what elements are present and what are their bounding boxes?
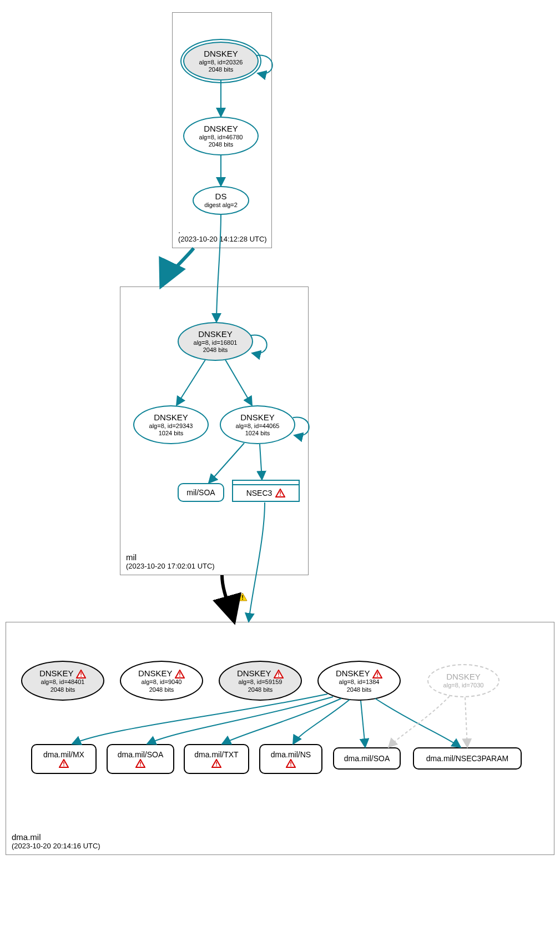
root-dnskey-zsk[interactable]: DNSKEY alg=8, id=46780 2048 bits — [183, 117, 259, 155]
mil-dnskey-29343[interactable]: DNSKEY alg=8, id=29343 1024 bits — [133, 405, 209, 444]
zone-root-label: . (2023-10-20 14:12:28 UTC) — [178, 225, 267, 243]
rr-label: dma.mil/NSEC3PARAM — [426, 754, 508, 763]
rr-label: mil/SOA — [186, 488, 215, 497]
rr-label: dma.mil/NS — [271, 750, 311, 760]
node-alg: alg=8, id=59159 — [239, 678, 282, 686]
rr-label: dma.mil/SOA — [344, 754, 390, 763]
zone-timestamp: (2023-10-20 20:14:16 UTC) — [12, 842, 100, 850]
zone-timestamp: (2023-10-20 17:02:01 UTC) — [126, 562, 215, 570]
mil-soa[interactable]: mil/SOA — [178, 483, 224, 502]
node-alg: alg=8, id=9040 — [142, 678, 182, 686]
node-bits: 2048 bits — [209, 141, 234, 148]
node-title: DS — [215, 192, 227, 202]
node-title: DNSKEY — [154, 413, 188, 423]
dma-soa-2[interactable]: dma.mil/SOA — [333, 747, 401, 770]
node-bits: 2048 bits — [248, 686, 273, 693]
zone-name: mil — [126, 552, 215, 562]
node-title: DNSKEY — [446, 672, 481, 682]
node-title: DNSKEY — [138, 668, 173, 678]
warning-icon — [286, 759, 296, 768]
node-alg: alg=8, id=7030 — [443, 682, 484, 689]
dma-dnskey-1384[interactable]: DNSKEY alg=8, id=1384 2048 bits — [317, 661, 401, 701]
dma-nsec3param[interactable]: dma.mil/NSEC3PARAM — [413, 747, 522, 770]
node-bits: 2048 bits — [149, 686, 174, 693]
dma-dnskey-9040[interactable]: DNSKEY alg=8, id=9040 2048 bits — [120, 661, 203, 701]
node-title: DNSKEY — [237, 668, 271, 678]
warning-icon — [76, 670, 86, 678]
node-bits: 2048 bits — [347, 686, 372, 693]
node-title: DNSKEY — [39, 668, 74, 678]
rr-label: dma.mil/TXT — [194, 750, 238, 760]
warning-icon — [274, 670, 284, 678]
node-alg: alg=8, id=29343 — [149, 423, 193, 430]
node-title: DNSKEY — [198, 329, 233, 339]
mil-nsec3[interactable]: NSEC3 — [232, 480, 300, 502]
warning-icon — [372, 670, 382, 678]
node-title: DNSKEY — [204, 49, 238, 59]
node-title: DNSKEY — [204, 124, 238, 134]
warning-icon — [135, 759, 145, 768]
node-bits: 2048 bits — [203, 346, 228, 354]
zone-dma-label: dma.mil (2023-10-20 20:14:16 UTC) — [12, 832, 100, 850]
warning-icon — [59, 759, 69, 768]
rr-label: dma.mil/MX — [43, 750, 84, 760]
root-dnskey-ksk[interactable]: DNSKEY alg=8, id=20326 2048 bits — [183, 42, 259, 81]
dma-mx[interactable]: dma.mil/MX — [31, 744, 97, 774]
rr-label: NSEC3 — [246, 489, 273, 497]
warning-icon — [211, 759, 221, 768]
dma-txt[interactable]: dma.mil/TXT — [184, 744, 249, 774]
zone-timestamp: (2023-10-20 14:12:28 UTC) — [178, 235, 267, 243]
zone-name: . — [178, 225, 267, 235]
node-title: DNSKEY — [240, 413, 275, 423]
node-alg: digest alg=2 — [204, 202, 238, 209]
mil-dnskey-ksk[interactable]: DNSKEY alg=8, id=16801 2048 bits — [178, 322, 253, 361]
root-ds[interactable]: DS digest alg=2 — [193, 186, 249, 215]
dma-dnskey-59159[interactable]: DNSKEY alg=8, id=59159 2048 bits — [219, 661, 302, 701]
node-alg: alg=8, id=1384 — [339, 678, 380, 686]
warning-icon — [275, 489, 285, 497]
node-alg: alg=8, id=48401 — [41, 678, 85, 686]
warning-icon — [175, 670, 185, 678]
zone-name: dma.mil — [12, 832, 100, 842]
node-bits: 1024 bits — [159, 430, 184, 437]
dma-soa-1[interactable]: dma.mil/SOA — [107, 744, 174, 774]
zone-mil-label: mil (2023-10-20 17:02:01 UTC) — [126, 552, 215, 570]
delegation-warning-icon — [238, 592, 248, 604]
node-alg: alg=8, id=46780 — [199, 134, 243, 141]
node-alg: alg=8, id=20326 — [199, 59, 243, 66]
zone-dma: dma.mil (2023-10-20 20:14:16 UTC) — [6, 622, 554, 855]
node-bits: 1024 bits — [245, 430, 270, 437]
dma-dnskey-48401[interactable]: DNSKEY alg=8, id=48401 2048 bits — [21, 661, 104, 701]
dma-ns[interactable]: dma.mil/NS — [259, 744, 322, 774]
node-bits: 2048 bits — [51, 686, 75, 693]
node-title: DNSKEY — [336, 668, 370, 678]
node-alg: alg=8, id=44065 — [236, 423, 280, 430]
mil-dnskey-44065[interactable]: DNSKEY alg=8, id=44065 1024 bits — [220, 405, 295, 444]
node-bits: 2048 bits — [209, 66, 234, 73]
dma-dnskey-7030[interactable]: DNSKEY alg=8, id=7030 — [427, 664, 500, 697]
node-alg: alg=8, id=16801 — [194, 339, 238, 346]
rr-label: dma.mil/SOA — [118, 750, 163, 760]
